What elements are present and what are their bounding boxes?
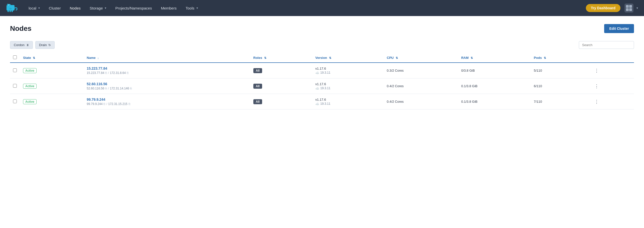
ip1-0: 15.223.77.84 [87, 71, 104, 75]
cordon-label: Cordon [14, 43, 25, 47]
select-all-checkbox[interactable] [13, 55, 17, 59]
nav-item-members[interactable]: Members [157, 4, 180, 12]
nav-cluster-label: Cluster [49, 6, 61, 10]
logo [6, 3, 19, 13]
ip1-2: 99.79.9.244 [87, 102, 102, 106]
row-actions-1[interactable]: ⋮ [590, 78, 634, 94]
row-pods-2: 7/110 [531, 94, 590, 109]
col-name[interactable]: Name ↓ [84, 53, 250, 63]
table-body: Active 15.223.77.84 15.223.77.84 ⎘ / 172… [10, 63, 634, 109]
col-version[interactable]: Version ⇅ [312, 53, 384, 63]
role-badge-1: All [253, 84, 262, 89]
node-ip-row-2: 99.79.9.244 ⎘ / 172.31.15.215 ⎘ [87, 102, 247, 106]
ip2-1: 172.31.14.146 [110, 87, 129, 90]
copy-ip1-icon-2[interactable]: ⎘ [103, 102, 105, 106]
col-version-label: Version [315, 56, 327, 60]
nav-item-nodes[interactable]: Nodes [66, 4, 84, 12]
row-checkbox-cell[interactable] [10, 63, 20, 78]
select-all-header[interactable] [10, 53, 20, 63]
svg-rect-9 [12, 10, 13, 12]
nav-projects-label: Projects/Namespaces [115, 6, 152, 10]
table-row: Active 52.60.116.56 52.60.116.56 ⎘ / 172… [10, 78, 634, 94]
role-badge-0: All [253, 68, 262, 73]
copy-ip1-icon-0[interactable]: ⎘ [105, 71, 107, 75]
node-name-link-2[interactable]: 99.79.9.244 [87, 97, 247, 101]
col-cpu-label: CPU [387, 56, 394, 60]
col-roles-label: Roles [253, 56, 262, 60]
search-input[interactable] [579, 41, 634, 49]
ip-sep-1: / [108, 87, 109, 90]
row-roles-2: All [250, 94, 312, 109]
ram-sort-icon: ⇅ [471, 56, 473, 59]
version-label-2: v1.17.6 [315, 98, 381, 101]
col-roles[interactable]: Roles ⇅ [250, 53, 312, 63]
navbar: local ▾ Cluster Nodes Storage ▾ Projects… [0, 0, 644, 16]
node-name-link-0[interactable]: 15.223.77.84 [87, 66, 247, 70]
col-pods[interactable]: Pods ⇅ [531, 53, 590, 63]
copy-ip2-icon-0[interactable]: ⎘ [127, 71, 129, 75]
tools-chevron-icon: ▾ [196, 6, 198, 10]
state-badge-0: Active [23, 68, 37, 73]
row-ram-1: 0.1/3.8 GiB [458, 78, 531, 94]
version-os-2: ☁️ 19.3.11 [315, 102, 381, 106]
copy-ip1-icon-1[interactable]: ⎘ [105, 87, 107, 90]
row-version-0: v1.17.6 ☁️ 19.3.11 [312, 63, 384, 78]
env-label: local [29, 6, 36, 10]
state-badge-2: Active [23, 99, 37, 104]
row-name-1: 52.60.116.56 52.60.116.56 ⎘ / 172.31.14.… [84, 78, 250, 94]
row-name-2: 99.79.9.244 99.79.9.244 ⎘ / 172.31.15.21… [84, 94, 250, 109]
more-actions-button-0[interactable]: ⋮ [593, 67, 600, 74]
row-cpu-2: 0.4/2 Cores [384, 94, 458, 109]
row-checkbox-0[interactable] [13, 68, 17, 72]
col-ram[interactable]: RAM ⇅ [458, 53, 531, 63]
svg-point-6 [9, 8, 12, 10]
more-actions-button-2[interactable]: ⋮ [593, 98, 600, 105]
user-avatar[interactable] [624, 4, 633, 13]
nav-item-tools[interactable]: Tools ▾ [182, 4, 201, 12]
row-checkbox-cell[interactable] [10, 78, 20, 94]
row-cpu-0: 0.3/2 Cores [384, 63, 458, 78]
row-roles-1: All [250, 78, 312, 94]
row-state-1: Active [20, 78, 84, 94]
pods-sort-icon: ⇅ [544, 56, 546, 59]
svg-rect-5 [7, 4, 9, 5]
row-checkbox-1[interactable] [13, 84, 17, 88]
avatar-chevron-icon[interactable]: ▾ [636, 6, 638, 10]
cordon-button[interactable]: Cordon ⏸ [10, 41, 33, 49]
row-actions-0[interactable]: ⋮ [590, 63, 634, 78]
nav-item-cluster[interactable]: Cluster [45, 4, 64, 12]
nav-item-storage[interactable]: Storage ▾ [86, 4, 110, 12]
toolbar: Cordon ⏸ Drain ↻ [10, 41, 634, 49]
page-header: Nodes Edit Cluster [10, 24, 634, 33]
storage-chevron-icon: ▾ [105, 6, 106, 10]
state-badge-1: Active [23, 84, 37, 89]
row-checkbox-2[interactable] [13, 99, 17, 103]
edit-cluster-button[interactable]: Edit Cluster [604, 24, 634, 33]
table-row: Active 99.79.9.244 99.79.9.244 ⎘ / 172.3… [10, 94, 634, 109]
nav-tools-label: Tools [186, 6, 194, 10]
more-actions-button-1[interactable]: ⋮ [593, 83, 600, 89]
row-actions-2[interactable]: ⋮ [590, 94, 634, 109]
cpu-sort-icon: ⇅ [396, 56, 398, 59]
pause-icon: ⏸ [26, 43, 29, 47]
drain-button[interactable]: Drain ↻ [35, 41, 55, 49]
try-dashboard-button[interactable]: Try Dashboard [586, 4, 620, 12]
version-label-1: v1.17.6 [315, 82, 381, 86]
col-state[interactable]: State ⇅ [20, 53, 84, 63]
col-actions [590, 53, 634, 63]
col-cpu[interactable]: CPU ⇅ [384, 53, 458, 63]
env-selector[interactable]: local ▾ [25, 4, 43, 12]
row-checkbox-cell[interactable] [10, 94, 20, 109]
col-ram-label: RAM [461, 56, 469, 60]
col-state-label: State [23, 56, 31, 60]
refresh-icon: ↻ [48, 43, 51, 47]
node-name-link-1[interactable]: 52.60.116.56 [87, 82, 247, 86]
nav-item-projects[interactable]: Projects/Namespaces [112, 4, 155, 12]
version-os-1: ☁️ 19.3.11 [315, 86, 381, 90]
version-os-0: ☁️ 19.3.11 [315, 71, 381, 75]
os-version-0: 19.3.11 [320, 71, 330, 74]
copy-ip2-icon-2[interactable]: ⎘ [129, 102, 130, 106]
role-badge-2: All [253, 99, 262, 104]
copy-ip2-icon-1[interactable]: ⎘ [130, 87, 132, 90]
row-roles-0: All [250, 63, 312, 78]
